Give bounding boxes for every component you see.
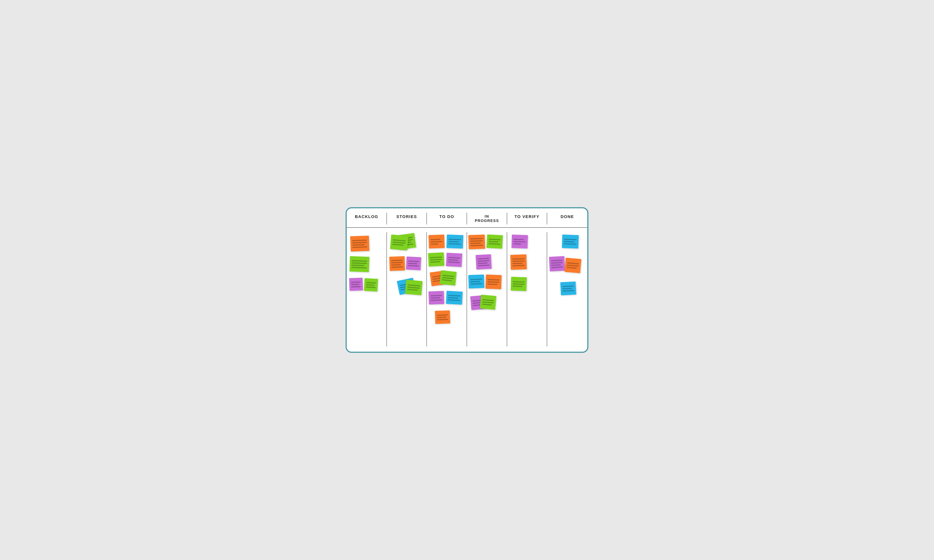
col-header-in-progress: INPROGRESS — [467, 213, 507, 225]
list-item[interactable] — [428, 235, 445, 249]
list-item[interactable] — [406, 257, 421, 270]
board-header: BACKLOG STORIES TO DO INPROGRESS TO VERI… — [347, 208, 587, 228]
list-item[interactable] — [440, 270, 457, 286]
list-item[interactable] — [364, 278, 378, 292]
column-done — [547, 232, 587, 346]
col-header-todo: TO DO — [427, 213, 467, 225]
list-item[interactable] — [446, 253, 462, 267]
list-item[interactable] — [447, 234, 463, 248]
col-header-done: DONE — [547, 213, 587, 225]
list-item[interactable] — [511, 235, 528, 249]
list-item[interactable] — [350, 256, 370, 272]
list-item[interactable] — [485, 275, 502, 289]
list-item[interactable] — [562, 234, 579, 248]
column-to-verify — [507, 232, 547, 346]
list-item[interactable] — [560, 282, 576, 295]
board-body — [347, 228, 587, 351]
list-item[interactable] — [476, 254, 492, 269]
list-item[interactable] — [468, 234, 485, 249]
list-item[interactable] — [486, 234, 503, 249]
column-in-progress — [467, 232, 507, 346]
list-item[interactable] — [435, 311, 450, 324]
list-item[interactable] — [389, 256, 405, 271]
kanban-board: BACKLOG STORIES TO DO INPROGRESS TO VERI… — [345, 207, 589, 353]
column-backlog — [347, 232, 387, 346]
list-item[interactable] — [405, 280, 422, 295]
col-header-stories: STORIES — [387, 213, 427, 225]
list-item[interactable] — [350, 235, 370, 251]
column-stories — [387, 232, 427, 346]
col-header-backlog: BACKLOG — [347, 213, 387, 225]
list-item[interactable] — [564, 258, 581, 273]
list-item[interactable] — [428, 291, 444, 305]
col-header-to-verify: TO VERIFY — [507, 213, 547, 225]
list-item[interactable] — [390, 234, 408, 251]
column-todo — [427, 232, 467, 346]
list-item[interactable] — [446, 291, 463, 305]
list-item[interactable] — [510, 277, 527, 291]
list-item[interactable] — [510, 254, 527, 270]
list-item[interactable] — [428, 252, 445, 266]
list-item[interactable] — [468, 275, 484, 289]
list-item[interactable] — [349, 278, 363, 291]
list-item[interactable] — [480, 295, 496, 310]
list-item[interactable] — [549, 256, 565, 271]
